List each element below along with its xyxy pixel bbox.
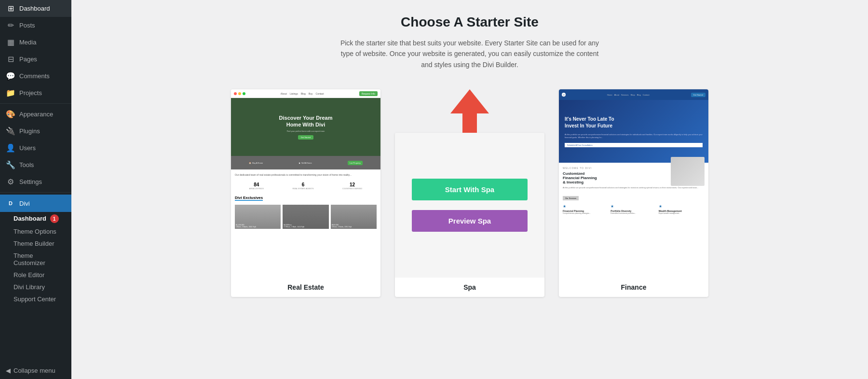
sidebar-label-tools: Tools xyxy=(19,161,34,168)
submenu-label-divi-library: Divi Library xyxy=(14,283,45,291)
sidebar-item-divi[interactable]: D Divi xyxy=(0,195,71,212)
real-estate-preview: AboutListingsBlogBuyContact Request Info… xyxy=(231,89,380,278)
card-spa[interactable]: Start With Spa Preview Spa Spa xyxy=(395,89,544,297)
users-icon: 👤 xyxy=(6,143,15,153)
sidebar-item-media[interactable]: ▦ Media xyxy=(0,34,71,51)
fin-features: ★ Financial Planning Comprehensive plann… xyxy=(563,204,705,215)
appearance-icon: 🎨 xyxy=(6,110,15,119)
page-subtitle: Pick the starter site that best suits yo… xyxy=(337,38,602,70)
collapse-icon: ◀ xyxy=(6,367,11,374)
page-title: Choose A Starter Site xyxy=(91,14,849,30)
card-real-estate[interactable]: AboutListingsBlogBuyContact Request Info… xyxy=(231,89,380,297)
sidebar-item-users[interactable]: 👤 Users xyxy=(0,140,71,156)
sidebar-label-media: Media xyxy=(19,39,36,46)
sidebar-label-dashboard: Dashboard xyxy=(19,5,50,12)
sidebar-divider xyxy=(0,103,71,104)
sidebar-item-comments[interactable]: 💬 Comments xyxy=(0,68,71,84)
re-header: AboutListingsBlogBuyContact Request Info xyxy=(231,89,380,98)
sidebar-item-settings[interactable]: ⚙ Settings xyxy=(0,173,71,190)
tools-icon: 🔧 xyxy=(6,160,15,169)
submenu-item-theme-options[interactable]: Theme Options xyxy=(0,225,71,238)
sidebar-item-appearance[interactable]: 🎨 Appearance xyxy=(0,106,71,123)
down-arrow-icon xyxy=(450,89,489,133)
sidebar-label-comments: Comments xyxy=(19,72,50,80)
submenu-item-theme-builder[interactable]: Theme Builder xyxy=(0,238,71,250)
submenu-item-role-editor[interactable]: Role Editor xyxy=(0,269,71,281)
spa-preview: Start With Spa Preview Spa xyxy=(395,133,544,278)
sidebar-item-dashboard[interactable]: ⊞ Dashboard xyxy=(0,0,71,17)
sidebar: ⊞ Dashboard ✏ Posts ▦ Media ⊟ Pages 💬 Co… xyxy=(0,0,71,379)
fin-header: ⊙ Home About Services Shop Blog Contact … xyxy=(559,89,708,100)
sidebar-item-posts[interactable]: ✏ Posts xyxy=(0,17,71,34)
dashboard-badge: 1 xyxy=(50,214,59,223)
svg-marker-0 xyxy=(450,89,489,133)
fin-hero: It's Never Too Late ToInvest In Your Fut… xyxy=(559,100,708,163)
card-label-spa: Spa xyxy=(395,278,544,297)
submenu-label-role-editor: Role Editor xyxy=(14,271,44,279)
submenu-label-dashboard: Dashboard xyxy=(14,215,46,222)
sidebar-label-plugins: Plugins xyxy=(19,127,40,135)
submenu-label-support-center: Support Center xyxy=(14,295,56,303)
starter-sites-grid: AboutListingsBlogBuyContact Request Info… xyxy=(91,89,849,297)
comments-icon: 💬 xyxy=(6,71,15,81)
sidebar-item-pages[interactable]: ⊟ Pages xyxy=(0,51,71,68)
re-images: $1,230,0003 Beds, 3 Baths, 2342 Sqft $4,… xyxy=(231,203,380,231)
finance-preview: ⊙ Home About Services Shop Blog Contact … xyxy=(559,89,708,278)
sidebar-label-divi: Divi xyxy=(19,200,30,207)
sidebar-label-users: Users xyxy=(19,144,36,152)
submenu-label-theme-customizer: Theme Customizer xyxy=(14,252,45,267)
re-stats: 84 AREA LISTINGS 6 REAL ESTATE AGENTS 12… xyxy=(231,178,380,194)
posts-icon: ✏ xyxy=(6,21,15,30)
fin-laptop-image xyxy=(671,157,705,186)
submenu-item-support-center[interactable]: Support Center xyxy=(0,293,71,305)
submenu-item-divi-library[interactable]: Divi Library xyxy=(0,281,71,293)
media-icon: ▦ xyxy=(6,38,15,47)
sidebar-label-pages: Pages xyxy=(19,56,37,63)
collapse-menu-button[interactable]: ◀ Collapse menu xyxy=(0,362,71,379)
submenu-item-theme-customizer[interactable]: Theme Customizer xyxy=(0,250,71,269)
dashboard-icon: ⊞ xyxy=(6,4,15,13)
sidebar-item-tools[interactable]: 🔧 Tools xyxy=(0,156,71,173)
plugins-icon: 🔌 xyxy=(6,126,15,136)
submenu-item-dashboard[interactable]: Dashboard 1 xyxy=(0,212,71,225)
main-content: Choose A Starter Site Pick the starter s… xyxy=(71,0,868,379)
submenu-label-theme-builder: Theme Builder xyxy=(14,240,54,247)
spa-arrow-container xyxy=(395,89,544,133)
card-label-finance: Finance xyxy=(559,278,708,297)
sidebar-label-posts: Posts xyxy=(19,22,35,29)
submenu-label-theme-options: Theme Options xyxy=(14,228,56,235)
re-cta-bar: 🏠 Buy A Home ▶ Sell A Home List Property xyxy=(231,156,380,169)
sidebar-label-settings: Settings xyxy=(19,178,42,185)
settings-icon: ⚙ xyxy=(6,177,15,186)
card-finance[interactable]: ⊙ Home About Services Shop Blog Contact … xyxy=(559,89,708,297)
sidebar-item-projects[interactable]: 📁 Projects xyxy=(0,84,71,101)
sidebar-item-plugins[interactable]: 🔌 Plugins xyxy=(0,123,71,140)
sidebar-label-projects: Projects xyxy=(19,89,42,97)
spa-start-button[interactable]: Start With Spa xyxy=(412,179,528,200)
spa-preview-button[interactable]: Preview Spa xyxy=(412,210,528,232)
divi-icon: D xyxy=(6,198,15,208)
pages-icon: ⊟ xyxy=(6,55,15,64)
sidebar-divider-2 xyxy=(0,192,71,193)
card-label-real-estate: Real Estate xyxy=(231,278,380,297)
collapse-label: Collapse menu xyxy=(14,367,55,374)
re-hero-title: Discover Your DreamHome With Divi xyxy=(279,114,333,128)
projects-icon: 📁 xyxy=(6,88,15,98)
sidebar-label-appearance: Appearance xyxy=(19,111,53,118)
